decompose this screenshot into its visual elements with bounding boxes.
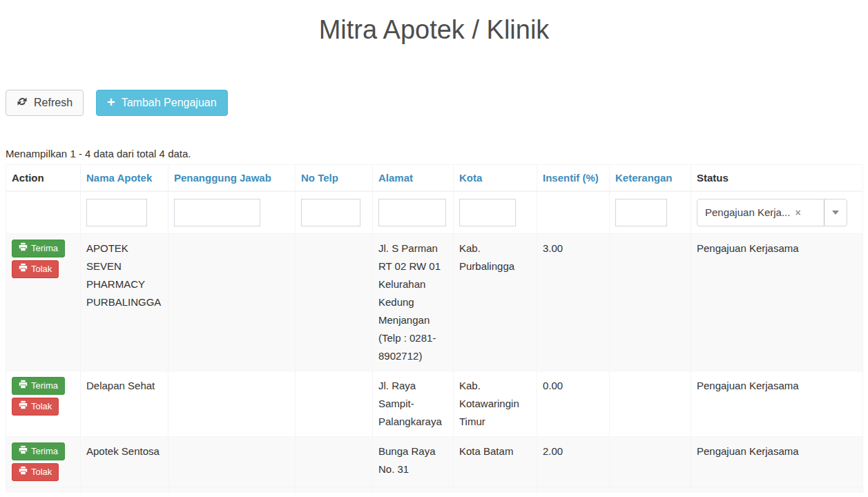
cell-kota: Kab. Purbalingga	[454, 234, 537, 371]
terima-button[interactable]: Terima	[12, 240, 65, 257]
cell-penanggung-jawab	[168, 234, 296, 371]
cell-keterangan	[610, 371, 691, 437]
cell-nama-apotek: Delapan Sehat	[81, 371, 168, 437]
filter-input-nama-apotek[interactable]	[86, 199, 147, 226]
print-icon	[19, 380, 28, 392]
cell-alamat: Jl. Raya Sampit-Palangkaraya	[373, 371, 454, 437]
cell-insentif: 2.00	[537, 437, 610, 487]
sort-link-nama-apotek[interactable]: Nama Apotek	[86, 172, 152, 184]
cell-no-telp	[296, 234, 373, 371]
terima-button[interactable]: Terima	[12, 377, 65, 395]
filter-cell-kota	[454, 191, 537, 234]
cell-no-telp	[296, 371, 373, 437]
record-count-summary: Menampilkan 1 - 4 data dari total 4 data…	[6, 148, 862, 159]
sort-link-keterangan[interactable]: Keterangan	[615, 172, 673, 184]
filter-cell-nama-apotek	[81, 191, 168, 234]
filter-input-kota[interactable]	[459, 199, 516, 226]
cell-penanggung-jawab	[168, 371, 296, 437]
terima-button[interactable]: Terima	[12, 442, 65, 460]
refresh-button[interactable]: Refresh	[6, 90, 84, 116]
tolak-button-label: Tolak	[31, 466, 52, 478]
toolbar: Refresh + Tambah Pengajuan	[6, 90, 862, 116]
tambah-pengajuan-button[interactable]: + Tambah Pengajuan	[96, 90, 228, 116]
cell-nama-apotek: Apotek Sentosa	[81, 437, 168, 487]
page-title: Mitra Apotek / Klinik	[0, 14, 868, 46]
cell-alamat: Bunga Raya No. 31	[373, 437, 454, 487]
column-header-kota: Kota	[454, 165, 537, 192]
status-filter-selected-value: Pengajuan Kerja...	[697, 204, 790, 222]
table-row-partial	[6, 487, 863, 493]
column-header-insentif: Insentif (%)	[537, 165, 610, 192]
cell-action: Terima Tolak	[6, 371, 81, 437]
cell-kota: Kota Batam	[454, 437, 537, 487]
filter-cell-insentif	[537, 191, 610, 234]
filter-input-alamat[interactable]	[378, 199, 446, 226]
tolak-button[interactable]: Tolak	[12, 463, 59, 481]
filter-input-keterangan[interactable]	[615, 199, 667, 226]
sort-link-no-telp[interactable]: No Telp	[301, 172, 338, 184]
cell-penanggung-jawab	[168, 437, 296, 487]
filter-cell-no-telp	[296, 191, 373, 234]
terima-button-label: Terima	[31, 380, 58, 392]
status-filter-select[interactable]: Pengajuan Kerja... ×	[697, 199, 847, 226]
cell-keterangan	[610, 437, 691, 487]
sort-link-penanggung-jawab[interactable]: Penanggung Jawab	[174, 172, 271, 184]
tolak-button-label: Tolak	[31, 400, 52, 413]
filter-cell-keterangan	[610, 191, 691, 234]
print-icon	[19, 466, 28, 478]
filter-input-penanggung-jawab[interactable]	[174, 199, 260, 226]
column-header-keterangan: Keterangan	[610, 165, 691, 192]
clear-icon[interactable]: ×	[795, 208, 800, 217]
partners-table: Action Nama Apotek Penanggung Jawab No T…	[6, 164, 863, 493]
tolak-button[interactable]: Tolak	[12, 398, 59, 416]
print-icon	[19, 400, 28, 413]
cell-status: Pengajuan Kerjasama	[691, 437, 863, 487]
refresh-icon	[17, 96, 28, 110]
plus-icon: +	[107, 95, 115, 109]
tolak-button[interactable]: Tolak	[12, 260, 59, 278]
tolak-button-label: Tolak	[31, 263, 52, 275]
terima-button-label: Terima	[31, 445, 58, 458]
cell-keterangan	[610, 234, 691, 371]
cell-action: Terima Tolak	[6, 234, 81, 371]
mitra-apotek-page: Mitra Apotek / Klinik Refresh + Tambah P…	[0, 14, 868, 493]
column-header-status: Status	[691, 165, 863, 192]
column-header-action: Action	[6, 165, 81, 192]
cell-no-telp	[296, 437, 373, 487]
status-filter-dropdown-toggle[interactable]	[824, 199, 847, 226]
sort-link-alamat[interactable]: Alamat	[378, 172, 413, 184]
filter-cell-penanggung-jawab	[168, 191, 296, 234]
terima-button-label: Terima	[31, 242, 58, 255]
cell-status: Pengajuan Kerjasama	[691, 371, 863, 437]
cell-insentif: 3.00	[537, 234, 610, 371]
cell-alamat: Jl. S Parman RT 02 RW 01 Kelurahan Kedun…	[373, 234, 454, 371]
column-header-alamat: Alamat	[373, 165, 454, 192]
table-header-row: Action Nama Apotek Penanggung Jawab No T…	[6, 165, 863, 192]
chevron-down-icon	[832, 211, 839, 215]
filter-input-no-telp[interactable]	[301, 199, 360, 226]
tambah-pengajuan-button-label: Tambah Pengajuan	[122, 97, 217, 109]
cell-kota: Kab. Kotawaringin Timur	[454, 371, 537, 437]
print-icon	[19, 242, 28, 255]
sort-link-kota[interactable]: Kota	[459, 172, 482, 184]
table-row: Terima Tolak APOTEK SEVEN PHARMACY PURBA…	[6, 234, 863, 371]
table-filter-row: Pengajuan Kerja... ×	[6, 191, 863, 234]
sort-link-insentif[interactable]: Insentif (%)	[543, 172, 599, 184]
column-header-no-telp: No Telp	[296, 165, 373, 192]
print-icon	[19, 445, 28, 458]
table-row: Terima Tolak Delapan Sehat Jl. Raya Samp…	[6, 371, 863, 437]
filter-cell-status: Pengajuan Kerja... ×	[691, 191, 863, 234]
cell-insentif: 0.00	[537, 371, 610, 437]
column-header-penanggung-jawab: Penanggung Jawab	[168, 165, 296, 192]
print-icon	[19, 263, 28, 275]
filter-cell-alamat	[373, 191, 454, 234]
refresh-button-label: Refresh	[34, 97, 73, 109]
cell-status: Pengajuan Kerjasama	[691, 234, 863, 371]
cell-action: Terima Tolak	[6, 437, 81, 487]
column-header-nama-apotek: Nama Apotek	[81, 165, 168, 192]
filter-cell-action	[6, 191, 81, 234]
cell-nama-apotek: APOTEK SEVEN PHARMACY PURBALINGGA	[81, 234, 168, 371]
table-row: Terima Tolak Apotek Sentosa Bunga Raya N…	[6, 437, 863, 487]
